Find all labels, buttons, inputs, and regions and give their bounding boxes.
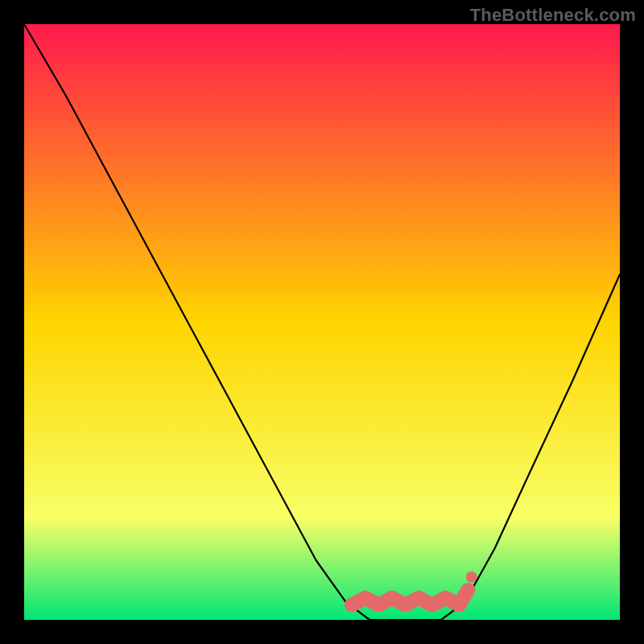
bottleneck-chart: [0, 0, 644, 644]
gradient-panel: [24, 24, 620, 620]
optimum-marker-dot: [466, 572, 477, 583]
watermark-text: TheBottleneck.com: [470, 5, 636, 26]
chart-frame: { "watermark": "TheBottleneck.com", "col…: [0, 0, 644, 644]
